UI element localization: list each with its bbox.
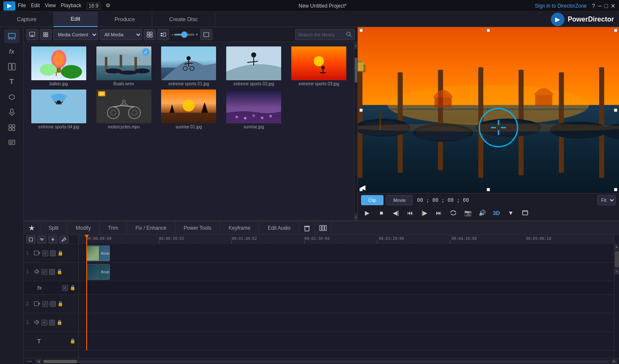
track-visible-1[interactable]: ✓	[42, 250, 48, 256]
fullscreen-btn[interactable]	[519, 207, 531, 219]
corner-handle-bm[interactable]	[487, 188, 490, 191]
menu-view[interactable]: View	[45, 3, 56, 9]
timeline-scroll-thumb[interactable]	[43, 360, 77, 363]
menu-settings[interactable]: ⚙	[106, 3, 110, 9]
track-lock-1a[interactable]: 🔒	[57, 269, 63, 274]
movie-mode-btn[interactable]: Movie	[386, 195, 413, 205]
corner-handle-ml[interactable]	[359, 109, 363, 112]
tab-produce[interactable]: Produce	[98, 12, 152, 27]
tab-capture[interactable]: Capture	[0, 12, 54, 27]
sidebar-text[interactable]: T	[4, 75, 19, 89]
sidebar-chapters[interactable]	[4, 121, 19, 134]
magic-tool-btn[interactable]	[24, 221, 40, 235]
track-visible-2[interactable]: ✓	[42, 301, 48, 307]
timeline-snap[interactable]	[48, 236, 58, 243]
menu-playback[interactable]: Playback	[61, 3, 82, 9]
corner-handle-tm[interactable]	[487, 29, 490, 32]
corner-handle-tl[interactable]	[359, 29, 363, 32]
storyboard-btn[interactable]	[315, 221, 331, 235]
right-scroll-up[interactable]: ▲	[614, 244, 619, 250]
loop-btn[interactable]	[447, 207, 459, 219]
sidebar-transitions[interactable]	[4, 60, 19, 73]
timeline-add-track[interactable]	[26, 236, 36, 243]
track-lock-text[interactable]: 🔒	[70, 338, 76, 344]
fit-dropdown[interactable]: Fit	[597, 195, 616, 205]
list-item[interactable]: 3D motorcycles.mpo	[92, 89, 156, 130]
import-btn[interactable]	[26, 29, 38, 40]
3d-btn[interactable]: 3D	[490, 207, 502, 219]
sidebar-mask[interactable]	[4, 90, 19, 104]
grid-view-btn[interactable]	[144, 29, 156, 40]
scroll-left-btn[interactable]: ◀	[36, 359, 41, 364]
list-view-btn[interactable]	[200, 29, 212, 40]
track-lock-2[interactable]: 🔒	[58, 301, 63, 307]
track-mute-1[interactable]	[50, 250, 56, 256]
list-item[interactable]: extreme sports 02.jpg	[222, 46, 285, 87]
track-mute-2[interactable]	[50, 301, 56, 307]
scroll-right-btn[interactable]: ▶	[611, 359, 617, 364]
track-lock-2a[interactable]: 🔒	[57, 320, 63, 325]
track-lock-fx[interactable]: 🔒	[70, 285, 76, 291]
track-visible-fx[interactable]: ✓	[62, 285, 68, 291]
power-tools-btn[interactable]: Power Tools	[175, 221, 220, 235]
sidebar-subtitles[interactable]	[4, 136, 19, 149]
clip-boats-video[interactable]: Boats	[86, 245, 110, 261]
right-scroll-down[interactable]: ▼	[614, 269, 619, 274]
prev-frame-btn[interactable]: ◀|	[390, 207, 402, 219]
trim-btn[interactable]: Trim	[100, 221, 127, 235]
list-item[interactable]: extreme sports 03.jpg	[287, 46, 351, 87]
next-clip-btn[interactable]: ⏭	[433, 207, 445, 219]
fix-enhance-btn[interactable]: Fix / Enhance	[127, 221, 175, 235]
edit-audio-btn[interactable]: Edit Audio	[259, 221, 299, 235]
sidebar-effects[interactable]: fx	[4, 45, 19, 58]
menu-aspect[interactable]: 16:9	[87, 3, 101, 9]
search-input[interactable]	[298, 32, 345, 37]
corner-handle-tr[interactable]	[614, 29, 617, 32]
timeline-waveform[interactable]	[37, 236, 47, 243]
stop-btn[interactable]: ■	[375, 207, 387, 219]
modify-btn[interactable]: Modify	[67, 221, 99, 235]
minimize-btn[interactable]: ─	[598, 3, 602, 9]
track-visible-2a[interactable]: ✓	[41, 320, 47, 326]
scroll-up-btn[interactable]: ▲	[354, 42, 357, 49]
plugin-btn[interactable]	[40, 29, 52, 40]
list-item[interactable]: ballon.jpg	[27, 46, 90, 87]
sidebar-voice[interactable]	[4, 106, 19, 119]
list-item[interactable]: sunrise 01.jpg	[157, 89, 221, 130]
delete-btn[interactable]	[299, 221, 315, 235]
keyframe-btn[interactable]: Keyframe	[220, 221, 259, 235]
volume-btn[interactable]: 🔊	[476, 207, 488, 219]
track-mute-2a[interactable]	[49, 320, 55, 326]
track-visible-1a[interactable]: ✓	[41, 269, 47, 275]
right-scroll-thumb[interactable]	[615, 251, 619, 268]
close-btn[interactable]: ✕	[611, 3, 616, 9]
help-btn[interactable]: ?	[592, 3, 595, 9]
sign-in-link[interactable]: Sign in to DirectorZone	[535, 3, 587, 9]
split-btn[interactable]: Split	[40, 221, 67, 235]
clip-boats-audio[interactable]: Boats	[86, 264, 110, 280]
sidebar-media[interactable]	[4, 30, 19, 43]
track-mute-1a[interactable]	[49, 269, 55, 275]
corner-handle-mr[interactable]	[614, 109, 617, 112]
preview-nav-arrow[interactable]: ◀	[360, 183, 365, 191]
content-type-dropdown[interactable]: Media Content	[53, 29, 98, 40]
scroll-down-btn[interactable]: ▼	[354, 214, 357, 220]
clip-mode-btn[interactable]: Clip	[361, 195, 383, 205]
list-item[interactable]: extreme sports 04.jpg	[27, 89, 90, 130]
3d-settings-btn[interactable]: ▼	[505, 207, 517, 219]
snapshot-btn[interactable]: 📷	[462, 207, 474, 219]
prev-clip-btn[interactable]: ⏮	[404, 207, 416, 219]
tab-edit[interactable]: Edit	[54, 12, 97, 27]
list-item[interactable]: ✓ Boats.wmv	[92, 46, 156, 87]
menu-edit[interactable]: Edit	[31, 3, 40, 9]
corner-handle-br[interactable]	[614, 188, 617, 191]
list-item[interactable]: extreme sports 01.jpg	[157, 46, 221, 87]
menu-file[interactable]: File	[18, 3, 26, 9]
list-item[interactable]: sunrise.jpg	[222, 89, 285, 130]
track-lock-1[interactable]: 🔒	[58, 250, 63, 256]
thumb-size-slider[interactable]	[174, 34, 195, 35]
size-sm-btn[interactable]	[157, 29, 169, 40]
zoom-plus-icon[interactable]: +	[30, 359, 32, 364]
next-frame-btn[interactable]: |▶	[419, 207, 430, 219]
play-btn[interactable]: ▶	[361, 207, 373, 219]
